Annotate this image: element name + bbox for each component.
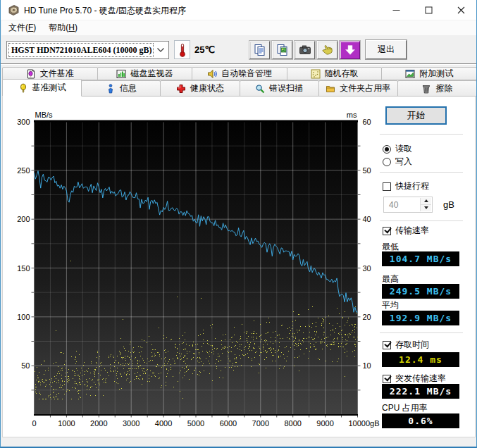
tab-label: 文件基准 — [40, 68, 74, 80]
donate-button[interactable] — [317, 41, 337, 59]
tab-label: 文件夹占用率 — [340, 82, 390, 94]
download-arrow-icon — [345, 44, 356, 56]
tab-label: 附加测试 — [419, 68, 453, 80]
svg-text:50: 50 — [363, 166, 371, 175]
tab-random-access[interactable]: 随机存取 — [287, 67, 383, 80]
min-value: 104.7 MB/s — [382, 251, 459, 266]
svg-text:8000: 8000 — [284, 419, 301, 428]
exit-button[interactable]: 退出 — [366, 40, 407, 59]
read-radio[interactable]: 读取 — [383, 143, 412, 155]
minimize-button[interactable] — [380, 0, 412, 20]
max-value: 249.5 MB/s — [382, 284, 459, 299]
svg-text:1000: 1000 — [58, 419, 75, 428]
copy-image-icon — [276, 44, 289, 56]
tab-label: 随机存取 — [325, 68, 359, 80]
short-stroke-label: 快捷行程 — [395, 180, 429, 192]
short-stroke-value: 40 — [389, 200, 398, 210]
copy-image-button[interactable] — [272, 41, 292, 59]
hd-tune-pro-window: HD Tune Pro 5.70 - 硬盘/固态硬盘实用程序 文件(F) 帮助(… — [0, 0, 477, 448]
copy-text-icon — [254, 44, 266, 56]
thermometer-icon — [179, 43, 186, 57]
svg-text:30: 30 — [363, 264, 371, 273]
drive-selector-value: HGST HDN721010ALE604 (10000 gB) — [8, 43, 154, 57]
svg-text:300: 300 — [17, 118, 30, 126]
access-time-label: 存取时间 — [395, 339, 429, 351]
write-radio[interactable]: 写入 — [383, 156, 412, 168]
benchmark-chart: MB/sms5010015020025030010203040506001000… — [3, 97, 383, 437]
health-icon — [176, 84, 186, 94]
svg-text:10: 10 — [363, 361, 371, 370]
tab-folder-usage[interactable]: 文件夹占用率 — [318, 80, 398, 97]
toolbar: HGST HDN721010ALE604 (10000 gB) 25℃ — [1, 35, 477, 64]
tab-label: 信息 — [120, 82, 137, 94]
svg-text:200: 200 — [17, 215, 30, 223]
tab-label: 基准测试 — [32, 82, 66, 94]
tab-label: 擦除 — [435, 82, 452, 94]
drive-selector[interactable]: HGST HDN721010ALE604 (10000 gB) — [6, 41, 169, 59]
exit-label: 退出 — [378, 44, 395, 56]
tab-disk-monitor[interactable]: 磁盘监视器 — [97, 67, 193, 80]
maximize-icon — [425, 6, 433, 14]
copy-text-button[interactable] — [249, 41, 270, 59]
tab-benchmark[interactable]: 基准测试 — [2, 79, 82, 97]
spin-up-button[interactable] — [421, 198, 431, 205]
close-button[interactable] — [445, 0, 477, 20]
avg-label: 平均 — [382, 299, 399, 311]
extra-tests-icon — [405, 69, 415, 79]
chevron-down-icon[interactable] — [154, 43, 167, 57]
cpu-usage-value: 0.6% — [382, 413, 459, 428]
temperature-value: 25℃ — [194, 44, 215, 55]
burst-rate-value: 222.1 MB/s — [382, 384, 459, 399]
error-scan-icon — [255, 84, 265, 94]
window-title: HD Tune Pro 5.70 - 硬盘/固态硬盘实用程序 — [24, 5, 186, 17]
maximize-button[interactable] — [412, 0, 445, 20]
svg-text:40: 40 — [363, 215, 371, 223]
tab-health[interactable]: 健康状态 — [160, 80, 240, 97]
benchmark-icon — [18, 83, 28, 93]
download-button[interactable] — [340, 41, 360, 59]
screenshot-button[interactable] — [295, 41, 315, 59]
burst-rate-label: 突发传输速率 — [395, 373, 446, 385]
control-panel: 开始 读取 写入 快捷行程 40 gB 传输速率 最低 104.7 MB/s 最… — [378, 96, 476, 437]
separator — [380, 220, 463, 221]
svg-text:60: 60 — [363, 118, 371, 126]
start-label: 开始 — [407, 109, 426, 122]
temperature-button[interactable] — [174, 40, 190, 59]
tab-info[interactable]: 信息 — [81, 80, 161, 97]
svg-text:100: 100 — [17, 313, 30, 321]
short-stroke-input[interactable]: 40 — [383, 197, 433, 213]
short-stroke-checkbox[interactable]: 快捷行程 — [383, 180, 429, 192]
cpu-usage-label: CPU 占用率 — [382, 402, 428, 414]
tab-label: 自动噪音管理 — [221, 68, 272, 80]
menu-file[interactable]: 文件(F) — [7, 20, 37, 35]
aam-icon — [207, 69, 217, 79]
burst-rate-checkbox[interactable]: 突发传输速率 — [383, 373, 446, 385]
svg-text:5000: 5000 — [187, 419, 204, 428]
disk-monitor-icon — [116, 69, 126, 79]
tab-strip: 文件基准磁盘监视器自动噪音管理随机存取附加测试 基准测试信息健康状态错误扫描文件… — [1, 65, 477, 97]
svg-text:4000: 4000 — [155, 419, 172, 428]
checkbox-icon — [383, 341, 391, 349]
write-label: 写入 — [395, 156, 412, 168]
title-bar[interactable]: HD Tune Pro 5.70 - 硬盘/固态硬盘实用程序 — [1, 0, 476, 20]
start-button[interactable]: 开始 — [385, 106, 447, 125]
spin-down-button[interactable] — [421, 205, 431, 212]
svg-text:250: 250 — [17, 166, 30, 175]
tab-erase[interactable]: 擦除 — [397, 80, 477, 97]
menu-help[interactable]: 帮助(H) — [47, 20, 79, 35]
tab-extra-tests[interactable]: 附加测试 — [381, 67, 477, 80]
hand-icon — [321, 44, 334, 56]
access-time-value: 12.4 ms — [382, 352, 459, 367]
info-icon — [106, 84, 116, 94]
radio-icon — [383, 145, 391, 154]
svg-text:MB/s: MB/s — [35, 111, 54, 119]
transfer-rate-checkbox[interactable]: 传输速率 — [383, 225, 429, 237]
radio-icon — [383, 158, 391, 166]
access-time-checkbox[interactable]: 存取时间 — [383, 339, 429, 351]
tab-label: 健康状态 — [190, 82, 224, 94]
menu-bar: 文件(F) 帮助(H) — [1, 20, 477, 35]
checkbox-icon — [383, 375, 391, 383]
tab-aam[interactable]: 自动噪音管理 — [192, 67, 287, 80]
tab-error-scan[interactable]: 错误扫描 — [240, 80, 319, 97]
svg-text:10000gB: 10000gB — [348, 419, 379, 428]
